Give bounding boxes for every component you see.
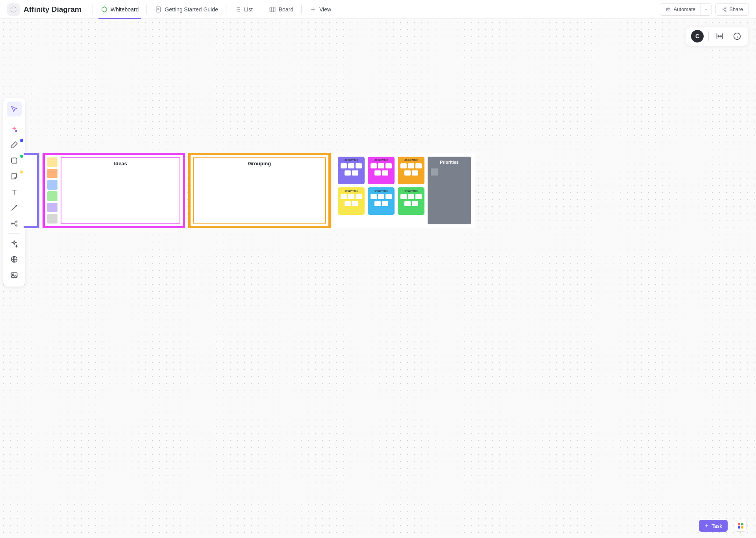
text-tool[interactable] [7, 185, 22, 200]
topbar-right: Automate Share [660, 3, 749, 16]
canvas-area[interactable]: C [0, 19, 756, 538]
sticky-note-tool[interactable] [7, 169, 22, 184]
svg-rect-11 [11, 158, 17, 163]
document-icon [155, 6, 162, 13]
plus-icon [704, 523, 709, 528]
group-card-title: GROUP TITLE [400, 159, 422, 161]
priorities-frame[interactable]: GROUP TITLE GROUP TITLE GROUP TITLE GROU… [334, 153, 475, 228]
divider [226, 5, 226, 14]
group-card-orange[interactable]: GROUP TITLE [398, 157, 424, 184]
web-tool[interactable] [7, 252, 22, 267]
ideas-label: Ideas [114, 161, 127, 166]
divider [708, 31, 709, 41]
tab-whiteboard[interactable]: Whiteboard [97, 0, 143, 19]
ideas-frame[interactable]: Ideas [43, 153, 185, 228]
cube-purple[interactable] [47, 203, 57, 213]
whiteboard-content: Ideas Grouping GROUP TITLE GROUP TITLE [24, 153, 475, 228]
board-icon [269, 6, 276, 13]
svg-point-0 [11, 7, 16, 12]
ideas-panel[interactable]: Ideas [61, 157, 180, 224]
add-view-button[interactable]: View [306, 0, 335, 19]
list-icon [234, 6, 241, 13]
svg-point-7 [722, 9, 724, 10]
group-card-yellow[interactable]: GROUP TITLE [338, 187, 365, 215]
cube-blue[interactable] [47, 180, 57, 190]
svg-point-12 [11, 223, 13, 224]
svg-point-6 [725, 7, 726, 9]
svg-point-10 [15, 130, 17, 132]
group-card-title: GROUP TITLE [340, 190, 363, 192]
divider [8, 119, 20, 119]
task-button[interactable]: Task [699, 520, 728, 532]
pen-tool[interactable] [7, 137, 22, 152]
cube-yellow[interactable] [47, 157, 57, 167]
top-bar: Affinity Diagram Whiteboard Getting Star… [0, 0, 756, 19]
cube-grey[interactable] [47, 214, 57, 224]
color-indicator [20, 155, 23, 158]
automate-label: Automate [674, 6, 696, 12]
tab-board[interactable]: Board [265, 0, 297, 19]
grouping-panel[interactable]: Grouping [193, 157, 326, 224]
divider [301, 5, 302, 14]
divider [93, 5, 93, 14]
svg-point-8 [725, 10, 726, 12]
connector-tool[interactable] [7, 200, 22, 215]
group-card-title: GROUP TITLE [400, 190, 422, 192]
grouping-label: Grouping [248, 161, 271, 166]
user-avatar[interactable]: C [691, 30, 704, 43]
info-button[interactable] [731, 30, 743, 43]
page-icon[interactable] [7, 3, 20, 16]
robot-icon [665, 6, 671, 13]
ai-tool[interactable] [7, 122, 22, 137]
shape-tool[interactable] [7, 153, 22, 168]
share-icon [721, 7, 727, 12]
group-card-title: GROUP TITLE [370, 159, 393, 161]
group-card-purple[interactable]: GROUP TITLE [338, 157, 365, 184]
left-toolbar [3, 98, 25, 287]
share-button[interactable]: Share [715, 3, 749, 16]
group-card-blue[interactable]: GROUP TITLE [368, 187, 395, 215]
grouping-frame[interactable]: Grouping [188, 153, 331, 228]
pointer-tool[interactable] [7, 102, 22, 116]
group-card-green[interactable]: GROUP TITLE [398, 187, 424, 215]
chevron-down-icon [704, 7, 708, 12]
color-indicator [20, 139, 23, 142]
tab-label: View [319, 6, 331, 13]
cube-column [47, 157, 58, 224]
group-card-title: GROUP TITLE [340, 159, 363, 161]
tab-guide[interactable]: Getting Started Guide [151, 0, 222, 19]
tab-list[interactable]: List [230, 0, 257, 19]
priority-slot[interactable] [431, 168, 438, 176]
svg-point-5 [669, 9, 669, 10]
divider [146, 5, 147, 14]
tab-label: Whiteboard [111, 6, 139, 13]
cube-orange[interactable] [47, 169, 57, 179]
priorities-label: Priorities [431, 160, 468, 165]
sparkle-tool[interactable] [7, 236, 22, 251]
automate-button[interactable]: Automate [660, 3, 701, 16]
task-label: Task [712, 523, 722, 529]
automate-dropdown[interactable] [700, 3, 712, 16]
mindmap-tool[interactable] [7, 216, 22, 231]
fit-width-button[interactable] [713, 30, 726, 43]
partial-frame[interactable] [24, 153, 39, 228]
plus-icon [309, 6, 317, 13]
group-grid: GROUP TITLE GROUP TITLE GROUP TITLE GROU… [338, 157, 424, 224]
svg-point-13 [16, 221, 17, 222]
cube-green[interactable] [47, 191, 57, 201]
page-title[interactable]: Affinity Diagram [24, 5, 82, 14]
divider [8, 233, 20, 234]
divider [261, 5, 261, 14]
svg-point-14 [16, 225, 17, 226]
priorities-panel[interactable]: Priorities [428, 157, 471, 224]
tab-label: Board [279, 6, 293, 13]
floating-controls: C [686, 27, 748, 46]
share-label: Share [729, 6, 743, 12]
color-indicator [20, 170, 23, 174]
apps-button[interactable] [735, 520, 747, 532]
group-card-pink[interactable]: GROUP TITLE [368, 157, 395, 184]
image-tool[interactable] [7, 268, 22, 283]
tab-label: List [244, 6, 253, 13]
group-card-title: GROUP TITLE [370, 190, 393, 192]
apps-icon [738, 523, 743, 529]
